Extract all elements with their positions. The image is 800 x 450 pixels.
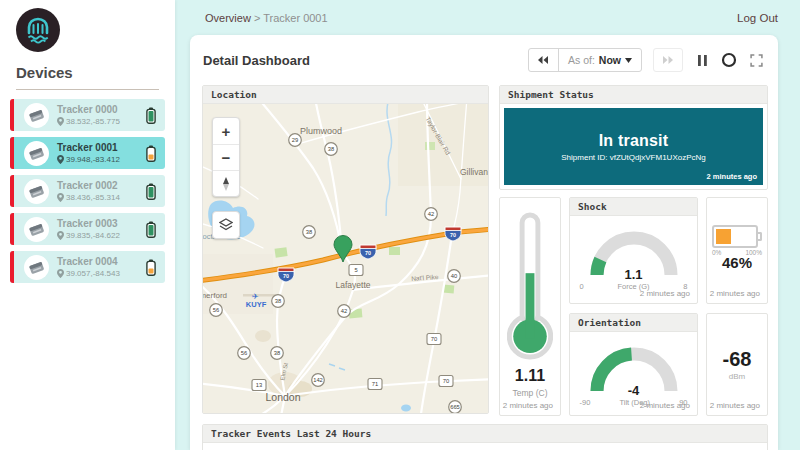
shock-gauge: 1.1 [584, 225, 684, 281]
svg-text:56: 56 [213, 307, 219, 313]
device-card-tracker-0001[interactable]: Tracker 0001 39.948,-83.412 [10, 137, 165, 169]
breadcrumb-current: Tracker 0001 [263, 12, 327, 24]
temperature-value: 1.11 [500, 367, 560, 385]
pause-icon [698, 55, 707, 66]
signal-label: dBm [729, 372, 745, 381]
device-coords: 39.835,-84.622 [66, 231, 120, 240]
device-coords: 39.057,-84.543 [66, 269, 120, 278]
battery-min: 0% [712, 249, 721, 256]
svg-text:71: 71 [372, 381, 378, 387]
logout-button[interactable]: Log Out [737, 12, 778, 24]
orientation-min: -90 [580, 398, 591, 407]
device-coords: 39.948,-83.412 [66, 155, 120, 164]
refresh-spinner-button[interactable] [721, 51, 737, 69]
svg-text:70: 70 [431, 336, 437, 342]
svg-text:70: 70 [443, 378, 449, 384]
route-shield: 56 [238, 347, 251, 360]
device-name: Tracker 0004 [57, 256, 142, 269]
map-compass-button[interactable] [213, 170, 239, 196]
orientation-updated: 2 minutes ago [640, 401, 690, 410]
location-pin-icon [57, 193, 64, 202]
breadcrumb-separator: > [254, 12, 260, 24]
breadcrumb-overview-link[interactable]: Overview [205, 12, 251, 24]
map-zoom-out-button[interactable]: − [213, 144, 239, 170]
tracker-events-header: Tracker Events Last 24 Hours [203, 425, 767, 443]
device-card-tracker-0002[interactable]: Tracker 0002 38.436,-85.314 [10, 175, 165, 207]
svg-text:42: 42 [428, 211, 434, 217]
route-shield: 38 [272, 295, 285, 308]
location-pin-icon [57, 231, 64, 240]
device-coords: 38.436,-85.314 [66, 193, 120, 202]
thermometer-gauge [507, 212, 553, 362]
route-shield: 42 [425, 208, 438, 221]
detail-dashboard-card: Detail Dashboard As of: Now [190, 35, 778, 450]
device-card-tracker-0000[interactable]: Tracker 0000 38.532,-85.775 [10, 99, 165, 131]
map[interactable]: PlumwoodGillivanChoctaw LakeLafayetteNat… [203, 104, 488, 413]
route-shield: 71 [368, 379, 382, 390]
map-layers-button[interactable] [212, 211, 240, 239]
alert-bar [10, 137, 14, 169]
map-zoom-in-button[interactable]: + [213, 118, 239, 144]
route-shield: 38 [325, 143, 338, 156]
map-label: Lafayette [336, 280, 371, 290]
tracker-device-icon [28, 260, 45, 275]
forward-button[interactable] [653, 48, 683, 72]
svg-text:13: 13 [256, 382, 262, 388]
svg-text:38: 38 [328, 146, 334, 152]
device-avatar [24, 179, 49, 204]
orientation-value: -4 [584, 383, 684, 398]
breadcrumb: Overview > Tracker 0001 [205, 12, 328, 24]
signal-updated: 2 minutes ago [710, 401, 760, 410]
svg-text:70: 70 [365, 250, 371, 256]
device-card-tracker-0004[interactable]: Tracker 0004 39.057,-84.543 [10, 251, 165, 283]
location-panel-header: Location [203, 86, 488, 104]
shock-value: 1.1 [584, 267, 684, 282]
route-shield: 40 [448, 270, 461, 283]
route-shield: 13 [252, 380, 266, 391]
route-shield: 29 [289, 134, 302, 147]
device-avatar [24, 255, 49, 280]
shock-updated: 2 minutes ago [640, 289, 690, 298]
svg-text:42: 42 [341, 308, 347, 314]
as-of-value: Now [599, 54, 621, 66]
battery-large-icon [712, 225, 758, 248]
tracker-device-icon [28, 222, 45, 237]
rewind-icon [537, 55, 549, 65]
rewind-button[interactable] [529, 49, 559, 71]
pause-button[interactable] [694, 51, 710, 69]
location-panel: Location [202, 85, 489, 414]
svg-text:38: 38 [275, 298, 281, 304]
battery-low-icon [146, 145, 156, 162]
orientation-panel: Orientation -4 -90 Tilt (Deg) 90 2 minut… [569, 313, 698, 416]
svg-text:56: 56 [241, 350, 247, 356]
battery-updated: 2 minutes ago [710, 289, 760, 298]
svg-text:40: 40 [451, 273, 457, 279]
battery-gauge: 0% 100% 46% [712, 225, 762, 271]
fullscreen-button[interactable] [748, 51, 764, 69]
svg-text:70: 70 [283, 273, 289, 279]
device-name: Tracker 0003 [57, 218, 142, 231]
battery-panel: 0% 100% 46% 2 minutes ago [706, 197, 768, 304]
alert-bar [10, 213, 14, 245]
map-canvas[interactable]: PlumwoodGillivanChoctaw LakeLafayetteNat… [203, 104, 488, 413]
route-shield: 70 [278, 268, 294, 282]
compass-needle-icon [222, 177, 230, 191]
fast-forward-icon [662, 55, 674, 65]
device-sidebar: Devices Tracker 0000 38.532,-85.775 Trac… [0, 0, 175, 450]
route-shield: 38 [303, 226, 316, 239]
battery-icon [146, 221, 156, 238]
tracker-device-icon [28, 108, 45, 123]
alert-bar [10, 99, 14, 131]
route-shield: 70 [445, 227, 461, 241]
svg-text:38: 38 [274, 350, 280, 356]
svg-text:38: 38 [306, 229, 312, 235]
device-card-tracker-0003[interactable]: Tracker 0003 39.835,-84.622 [10, 213, 165, 245]
device-avatar [24, 103, 49, 128]
route-shield: 5 [349, 265, 363, 276]
tracker-events-panel: Tracker Events Last 24 Hours [202, 424, 768, 450]
dashboard-header: Detail Dashboard As of: Now [190, 35, 778, 85]
route-shield: 56 [210, 304, 223, 317]
map-label: London [265, 391, 300, 403]
location-pin-icon [57, 269, 64, 278]
as-of-dropdown[interactable]: As of: Now [559, 49, 641, 71]
